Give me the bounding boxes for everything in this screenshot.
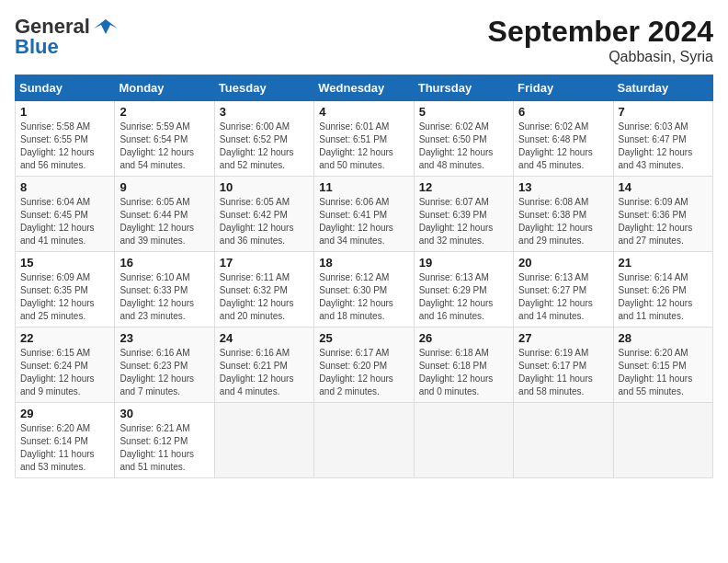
- page-title: September 2024: [488, 15, 713, 49]
- day-number: 1: [20, 105, 109, 119]
- day-number: 16: [119, 256, 209, 270]
- col-saturday: Saturday: [613, 75, 712, 101]
- table-row: 17Sunrise: 6:11 AMSunset: 6:32 PMDayligh…: [214, 252, 313, 327]
- day-number: 6: [518, 105, 608, 119]
- day-info: Sunrise: 6:12 AMSunset: 6:30 PMDaylight:…: [319, 271, 408, 323]
- table-row: [214, 403, 313, 478]
- day-info: Sunrise: 6:17 AMSunset: 6:20 PMDaylight:…: [319, 347, 408, 398]
- table-row: 21Sunrise: 6:14 AMSunset: 6:26 PMDayligh…: [613, 252, 712, 327]
- day-info: Sunrise: 5:58 AMSunset: 6:55 PMDaylight:…: [20, 121, 109, 172]
- day-number: 15: [20, 256, 109, 270]
- table-row: 11Sunrise: 6:06 AMSunset: 6:41 PMDayligh…: [314, 177, 414, 252]
- day-info: Sunrise: 6:10 AMSunset: 6:33 PMDaylight:…: [119, 271, 209, 323]
- day-info: Sunrise: 6:07 AMSunset: 6:39 PMDaylight:…: [419, 196, 508, 247]
- table-row: [314, 403, 414, 478]
- day-number: 22: [20, 331, 109, 345]
- calendar-week-row: 8Sunrise: 6:04 AMSunset: 6:45 PMDaylight…: [16, 177, 713, 252]
- day-info: Sunrise: 6:02 AMSunset: 6:48 PMDaylight:…: [518, 121, 608, 172]
- table-row: 8Sunrise: 6:04 AMSunset: 6:45 PMDaylight…: [16, 177, 115, 252]
- table-row: 27Sunrise: 6:19 AMSunset: 6:17 PMDayligh…: [514, 327, 613, 403]
- calendar-table: Sunday Monday Tuesday Wednesday Thursday…: [15, 75, 713, 478]
- day-info: Sunrise: 6:08 AMSunset: 6:38 PMDaylight:…: [518, 196, 608, 247]
- table-row: [514, 403, 613, 478]
- day-info: Sunrise: 6:11 AMSunset: 6:32 PMDaylight:…: [220, 271, 309, 323]
- day-info: Sunrise: 6:18 AMSunset: 6:18 PMDaylight:…: [419, 347, 508, 398]
- table-row: [414, 403, 513, 478]
- day-number: 18: [319, 256, 408, 270]
- day-info: Sunrise: 6:15 AMSunset: 6:24 PMDaylight:…: [20, 347, 109, 398]
- day-number: 26: [419, 331, 508, 345]
- day-number: 21: [619, 256, 708, 270]
- table-row: 25Sunrise: 6:17 AMSunset: 6:20 PMDayligh…: [314, 327, 414, 403]
- table-row: 10Sunrise: 6:05 AMSunset: 6:42 PMDayligh…: [214, 177, 313, 252]
- day-info: Sunrise: 6:14 AMSunset: 6:26 PMDaylight:…: [619, 271, 708, 323]
- day-number: 10: [220, 180, 309, 194]
- day-number: 19: [419, 256, 508, 270]
- day-info: Sunrise: 6:09 AMSunset: 6:35 PMDaylight:…: [20, 271, 109, 323]
- table-row: 3Sunrise: 6:00 AMSunset: 6:52 PMDaylight…: [214, 101, 313, 177]
- day-number: 13: [518, 180, 608, 194]
- day-number: 11: [319, 180, 408, 194]
- day-info: Sunrise: 6:03 AMSunset: 6:47 PMDaylight:…: [619, 121, 708, 172]
- calendar-week-row: 15Sunrise: 6:09 AMSunset: 6:35 PMDayligh…: [16, 252, 713, 327]
- table-row: 4Sunrise: 6:01 AMSunset: 6:51 PMDaylight…: [314, 101, 414, 177]
- table-row: 18Sunrise: 6:12 AMSunset: 6:30 PMDayligh…: [314, 252, 414, 327]
- table-row: 19Sunrise: 6:13 AMSunset: 6:29 PMDayligh…: [414, 252, 513, 327]
- page-subtitle: Qabbasin, Syria: [488, 49, 713, 65]
- day-number: 23: [119, 331, 209, 345]
- col-wednesday: Wednesday: [314, 75, 414, 101]
- day-info: Sunrise: 6:05 AMSunset: 6:44 PMDaylight:…: [119, 196, 209, 247]
- day-info: Sunrise: 6:20 AMSunset: 6:15 PMDaylight:…: [619, 347, 708, 398]
- col-sunday: Sunday: [16, 75, 115, 101]
- day-number: 5: [419, 105, 508, 119]
- day-number: 25: [319, 331, 408, 345]
- table-row: 9Sunrise: 6:05 AMSunset: 6:44 PMDaylight…: [115, 177, 214, 252]
- day-number: 9: [119, 180, 209, 194]
- calendar-week-row: 29Sunrise: 6:20 AMSunset: 6:14 PMDayligh…: [16, 403, 713, 478]
- table-row: 14Sunrise: 6:09 AMSunset: 6:36 PMDayligh…: [613, 177, 712, 252]
- day-info: Sunrise: 6:13 AMSunset: 6:29 PMDaylight:…: [419, 271, 508, 323]
- calendar-week-row: 22Sunrise: 6:15 AMSunset: 6:24 PMDayligh…: [16, 327, 713, 403]
- day-number: 30: [119, 407, 209, 420]
- col-thursday: Thursday: [414, 75, 513, 101]
- day-number: 17: [220, 256, 309, 270]
- day-info: Sunrise: 6:19 AMSunset: 6:17 PMDaylight:…: [518, 347, 608, 398]
- table-row: 12Sunrise: 6:07 AMSunset: 6:39 PMDayligh…: [414, 177, 513, 252]
- day-info: Sunrise: 6:20 AMSunset: 6:14 PMDaylight:…: [20, 422, 109, 474]
- day-info: Sunrise: 6:01 AMSunset: 6:51 PMDaylight:…: [319, 121, 408, 172]
- logo-bird-icon: [92, 17, 119, 38]
- title-block: September 2024 Qabbasin, Syria: [488, 15, 713, 65]
- table-row: 20Sunrise: 6:13 AMSunset: 6:27 PMDayligh…: [514, 252, 613, 327]
- day-info: Sunrise: 6:21 AMSunset: 6:12 PMDaylight:…: [119, 422, 209, 474]
- day-number: 24: [220, 331, 309, 345]
- day-number: 12: [419, 180, 508, 194]
- table-row: 30Sunrise: 6:21 AMSunset: 6:12 PMDayligh…: [115, 403, 214, 478]
- col-friday: Friday: [514, 75, 613, 101]
- day-info: Sunrise: 6:04 AMSunset: 6:45 PMDaylight:…: [20, 196, 109, 247]
- day-number: 3: [220, 105, 309, 119]
- day-info: Sunrise: 5:59 AMSunset: 6:54 PMDaylight:…: [119, 121, 209, 172]
- table-row: 24Sunrise: 6:16 AMSunset: 6:21 PMDayligh…: [214, 327, 313, 403]
- day-info: Sunrise: 6:16 AMSunset: 6:21 PMDaylight:…: [220, 347, 309, 398]
- day-number: 29: [20, 407, 109, 420]
- day-info: Sunrise: 6:05 AMSunset: 6:42 PMDaylight:…: [220, 196, 309, 247]
- day-number: 20: [518, 256, 608, 270]
- day-number: 28: [619, 331, 708, 345]
- day-number: 8: [20, 180, 109, 194]
- table-row: 22Sunrise: 6:15 AMSunset: 6:24 PMDayligh…: [16, 327, 115, 403]
- table-row: 1Sunrise: 5:58 AMSunset: 6:55 PMDaylight…: [16, 101, 115, 177]
- day-info: Sunrise: 6:13 AMSunset: 6:27 PMDaylight:…: [518, 271, 608, 323]
- day-number: 27: [518, 331, 608, 345]
- day-number: 2: [119, 105, 209, 119]
- day-info: Sunrise: 6:06 AMSunset: 6:41 PMDaylight:…: [319, 196, 408, 247]
- table-row: 5Sunrise: 6:02 AMSunset: 6:50 PMDaylight…: [414, 101, 513, 177]
- table-row: 26Sunrise: 6:18 AMSunset: 6:18 PMDayligh…: [414, 327, 513, 403]
- day-number: 7: [619, 105, 708, 119]
- day-number: 4: [319, 105, 408, 119]
- col-monday: Monday: [115, 75, 214, 101]
- day-info: Sunrise: 6:16 AMSunset: 6:23 PMDaylight:…: [119, 347, 209, 398]
- day-number: 14: [619, 180, 708, 194]
- logo: General Blue: [15, 15, 119, 59]
- table-row: [613, 403, 712, 478]
- calendar-week-row: 1Sunrise: 5:58 AMSunset: 6:55 PMDaylight…: [16, 101, 713, 177]
